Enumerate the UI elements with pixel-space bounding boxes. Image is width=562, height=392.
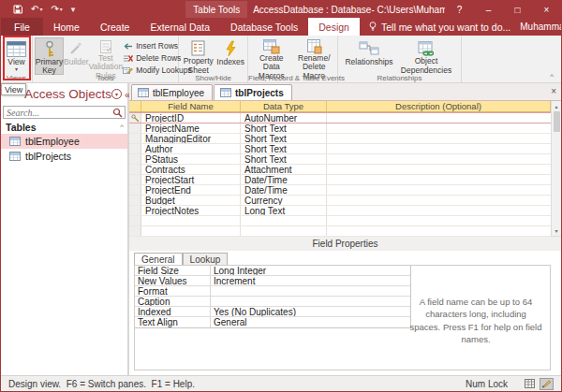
tab-create[interactable]: Create — [90, 18, 140, 36]
tab-design[interactable]: Design — [308, 18, 360, 36]
table-row[interactable]: Contracts Attachment — [129, 165, 551, 175]
field-name-cell[interactable]: Contracts — [141, 165, 241, 174]
row-selector[interactable] — [129, 144, 141, 153]
property-row[interactable]: Field Size Long Integer — [135, 266, 410, 276]
table-row[interactable]: ProjectEnd Date/Time — [129, 185, 551, 196]
field-name-cell[interactable] — [141, 216, 241, 225]
table-row[interactable]: ProjectNotes Long Text — [129, 206, 551, 216]
create-data-macros-button[interactable]: Create Data Macros — [250, 37, 293, 75]
property-value[interactable]: Long Integer — [211, 266, 410, 275]
field-name-cell[interactable]: ProjectNotes — [141, 206, 241, 215]
data-type-cell[interactable]: Long Text — [241, 206, 327, 215]
row-selector[interactable] — [129, 123, 141, 133]
description-cell[interactable] — [327, 154, 551, 164]
field-name-cell[interactable]: ProjectEnd — [141, 185, 241, 195]
help-button[interactable]: ? — [445, 1, 474, 18]
lookup-tab[interactable]: Lookup — [183, 253, 229, 265]
table-row[interactable]: ProjectStart Date/Time — [129, 175, 551, 185]
row-selector[interactable] — [129, 154, 141, 164]
table-row[interactable]: Author Short Text — [129, 144, 551, 154]
property-row[interactable]: Format — [135, 286, 410, 297]
row-selector[interactable] — [129, 226, 141, 236]
rename-delete-macro-button[interactable]: Rename/ Delete Macro — [293, 37, 336, 75]
relationships-button[interactable]: Relationships — [340, 37, 398, 75]
tab-external-data[interactable]: External Data — [140, 18, 220, 36]
description-cell[interactable] — [327, 206, 551, 215]
nav-item-tblemployee[interactable]: tblEmployee — [1, 134, 127, 149]
data-type-cell[interactable]: Short Text — [241, 154, 327, 164]
data-type-cell[interactable] — [241, 216, 327, 225]
description-cell[interactable] — [327, 216, 551, 225]
table-row-empty[interactable] — [129, 216, 551, 226]
description-cell[interactable] — [327, 165, 551, 174]
row-selector[interactable] — [129, 216, 141, 225]
maximize-button[interactable]: □ — [503, 1, 532, 18]
field-name-cell[interactable]: ProjectStart — [141, 175, 241, 184]
description-cell[interactable] — [327, 196, 551, 205]
tab-database-tools[interactable]: Database Tools — [220, 18, 308, 36]
table-row[interactable]: PStatus Short Text — [129, 154, 551, 165]
table-row-empty[interactable] — [129, 226, 551, 237]
field-name-cell[interactable]: Budget — [141, 196, 241, 205]
data-type-cell[interactable]: Attachment — [241, 165, 327, 174]
nav-menu-button[interactable]: ▾ — [111, 89, 122, 99]
data-type-cell[interactable]: Short Text — [241, 134, 327, 143]
search-icon[interactable] — [112, 108, 123, 120]
datasheet-view-button[interactable] — [523, 378, 537, 390]
property-value[interactable] — [211, 286, 410, 296]
description-cell[interactable] — [327, 226, 551, 236]
row-selector[interactable] — [129, 165, 141, 174]
data-type-cell[interactable]: Currency — [241, 196, 327, 205]
description-cell[interactable] — [327, 113, 551, 123]
tab-home[interactable]: Home — [43, 18, 90, 36]
property-row[interactable]: New Values Increment — [135, 276, 410, 286]
description-cell[interactable] — [327, 144, 551, 153]
primary-key-button[interactable]: Primary Key — [35, 37, 64, 75]
row-selector[interactable] — [129, 185, 141, 195]
property-row[interactable]: Caption — [135, 297, 410, 307]
indexes-button[interactable]: Indexes — [215, 37, 245, 75]
data-type-cell[interactable]: Date/Time — [241, 185, 327, 195]
row-selector[interactable] — [129, 113, 141, 123]
field-name-cell[interactable] — [141, 226, 241, 236]
nav-item-tblprojects[interactable]: tblProjects — [1, 149, 127, 164]
data-type-cell[interactable]: AutoNumber — [241, 113, 327, 123]
description-cell[interactable] — [327, 134, 551, 143]
nav-pane-header[interactable]: View Access Objects ▾ « — [1, 83, 127, 105]
test-validation-rules-button[interactable]: Test Validation Rules — [88, 37, 123, 75]
data-type-cell[interactable]: Short Text — [241, 123, 327, 133]
description-cell[interactable] — [327, 185, 551, 195]
customize-qat-button[interactable]: ▾ — [71, 6, 76, 14]
field-name-cell[interactable]: ManagingEditor — [141, 134, 241, 143]
general-tab[interactable]: General — [134, 253, 183, 265]
scroll-down-button[interactable]: ▾ — [552, 225, 561, 236]
row-selector[interactable] — [129, 175, 141, 184]
builder-button[interactable]: Builder — [64, 37, 88, 75]
table-row[interactable]: ManagingEditor Short Text — [129, 134, 551, 144]
field-name-cell[interactable]: ProjectName — [141, 123, 241, 133]
search-input[interactable] — [4, 107, 125, 118]
property-value[interactable]: Increment — [211, 276, 410, 285]
tab-file[interactable]: File — [1, 18, 43, 36]
table-row[interactable]: ProjectID AutoNumber — [129, 112, 551, 123]
data-type-cell[interactable]: Short Text — [241, 144, 327, 153]
property-value[interactable]: General — [211, 317, 410, 327]
scroll-up-button[interactable]: ▴ — [552, 101, 561, 111]
property-sheet-button[interactable]: Property Sheet — [181, 37, 215, 75]
ribbon-collapse-button[interactable]: ^ — [550, 72, 554, 80]
property-value[interactable] — [211, 297, 410, 306]
description-cell[interactable] — [327, 123, 551, 133]
field-name-cell[interactable]: Author — [141, 144, 241, 153]
property-row[interactable]: Indexed Yes (No Duplicates) — [135, 307, 410, 317]
scrollbar-thumb[interactable] — [554, 111, 560, 132]
tables-group-header[interactable]: Tables ^ — [1, 120, 127, 134]
close-button[interactable]: × — [532, 1, 561, 18]
data-type-cell[interactable] — [241, 226, 327, 236]
view-button[interactable]: View ▾ — [3, 37, 30, 75]
minimize-button[interactable]: – — [474, 1, 503, 18]
doc-tab-tblemployee[interactable]: tblEmployee — [131, 84, 213, 100]
property-row[interactable]: Text Align General — [135, 317, 410, 327]
table-row[interactable]: ProjectName Short Text — [129, 123, 551, 134]
data-type-cell[interactable]: Date/Time — [241, 175, 327, 184]
save-button[interactable] — [13, 5, 22, 14]
